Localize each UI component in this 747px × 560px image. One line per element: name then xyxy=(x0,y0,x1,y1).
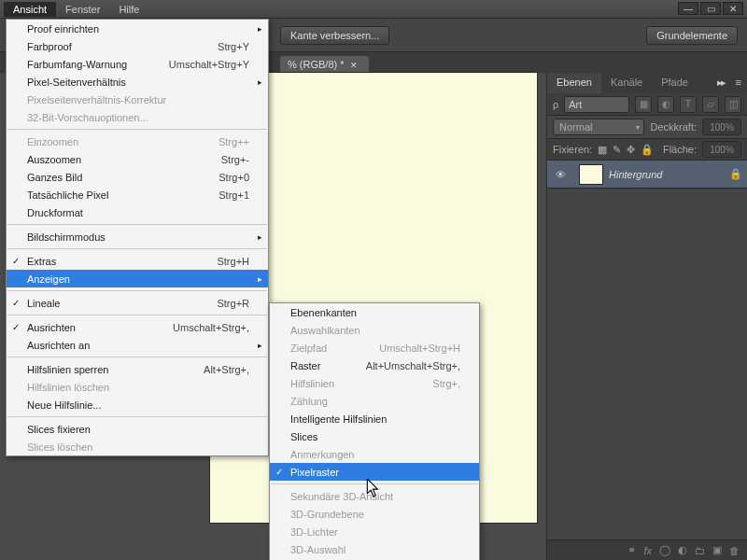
adjustment-icon[interactable]: ◐ xyxy=(678,544,687,556)
visibility-icon[interactable]: 👁 xyxy=(547,169,573,180)
shortcut: Strg+H xyxy=(217,256,249,267)
view-menu-item[interactable]: Ganzes BildStrg+0 xyxy=(7,168,268,186)
menu-hilfe[interactable]: Hilfe xyxy=(109,2,148,17)
shortcut: Umschalt+Strg+H xyxy=(379,343,460,354)
folder-icon[interactable]: 🗀 xyxy=(695,545,705,556)
layer-thumbnail[interactable] xyxy=(579,164,603,185)
document-tab[interactable]: % (RGB/8) *✕ xyxy=(280,56,369,73)
view-menu[interactable]: Proof einrichtenFarbproofStrg+YFarbumfan… xyxy=(6,19,269,456)
menu-item-label: 32-Bit-Vorschauoptionen... xyxy=(27,112,148,123)
menu-item-label: Anmerkungen xyxy=(290,449,355,460)
shortcut: Strg++ xyxy=(218,136,249,147)
mask-icon[interactable]: ◯ xyxy=(659,544,670,556)
fill-label: Fläche: xyxy=(663,144,697,155)
lock-transparent-icon[interactable]: ▩ xyxy=(598,144,607,156)
new-layer-icon[interactable]: ▣ xyxy=(712,544,722,556)
link-layers-icon[interactable]: ⚭ xyxy=(627,544,636,556)
shortcut: Alt+Umschalt+Strg+, xyxy=(366,360,460,371)
menu-item-label: Bildschirmmodus xyxy=(27,231,106,243)
view-menu-item[interactable]: Anzeigen xyxy=(7,270,268,287)
tab-ebenen[interactable]: Ebenen xyxy=(547,73,601,93)
anzeigen-submenu-item[interactable]: Slices xyxy=(270,427,479,445)
menu-item-label: Neue Hilfslinie... xyxy=(27,399,101,411)
tab-kanaele[interactable]: Kanäle xyxy=(601,73,652,93)
anzeigen-submenu-item: Anmerkungen xyxy=(270,445,479,463)
filter-smart-icon[interactable]: ◫ xyxy=(725,96,741,113)
anzeigen-submenu-item[interactable]: Intelligente Hilfslinien xyxy=(270,410,479,427)
menu-item-label: Zählung xyxy=(290,396,328,407)
anzeigen-submenu-item: HilfslinienStrg+, xyxy=(270,374,479,392)
close-icon[interactable]: ✕ xyxy=(723,2,743,15)
menu-item-label: Tatsächliche Pixel xyxy=(27,189,108,201)
view-menu-item: Slices löschen xyxy=(7,438,268,455)
essentials-button[interactable]: Grundelemente xyxy=(646,26,738,45)
maximize-icon[interactable]: ▭ xyxy=(700,2,721,15)
separator xyxy=(7,357,267,357)
menu-item-label: 3D-Auswahl xyxy=(290,544,345,555)
lock-brush-icon[interactable]: ✎ xyxy=(613,144,621,156)
view-menu-item: Hilfslinien löschen xyxy=(7,378,268,396)
view-menu-item[interactable]: AusrichtenUmschalt+Strg+, xyxy=(7,318,268,336)
panel-menu-icon[interactable]: ≡ xyxy=(730,73,747,93)
anzeigen-submenu-item: 3D-Auswahl xyxy=(270,540,479,558)
menu-item-label: Druckformat xyxy=(27,207,83,218)
view-menu-item[interactable]: Proof einrichten xyxy=(7,20,268,37)
filter-adjust-icon[interactable]: ◐ xyxy=(657,96,674,113)
menu-item-label: Hilfslinien xyxy=(290,378,334,389)
tab-pfade[interactable]: Pfade xyxy=(652,73,698,93)
menu-item-label: Pixelseitenverhältnis-Korrektur xyxy=(27,94,166,105)
anzeigen-submenu-item: Sekundäre 3D-Ansicht xyxy=(270,487,479,505)
filter-pixel-icon[interactable]: ▦ xyxy=(635,96,652,113)
minimize-icon[interactable]: ― xyxy=(678,2,698,15)
view-menu-item[interactable]: ExtrasStrg+H xyxy=(7,252,268,270)
view-menu-item[interactable]: Druckformat xyxy=(7,203,268,221)
view-menu-item[interactable]: Pixel-Seitenverhältnis xyxy=(7,73,268,91)
filter-type-icon[interactable]: T xyxy=(680,96,697,113)
view-menu-item[interactable]: Tatsächliche PixelStrg+1 xyxy=(7,186,268,203)
view-menu-item[interactable]: Neue Hilfslinie... xyxy=(7,396,268,413)
menu-item-label: 3D-Grundebene xyxy=(290,509,364,520)
view-menu-item[interactable]: Bildschirmmodus xyxy=(7,228,268,245)
menu-ansicht[interactable]: Ansicht xyxy=(4,2,56,17)
view-menu-item: Pixelseitenverhältnis-Korrektur xyxy=(7,91,268,108)
layer-row[interactable]: 👁 Hintergrund 🔒 xyxy=(547,161,747,189)
anzeigen-submenu-item[interactable]: Ebenenkanten xyxy=(270,303,479,321)
trash-icon[interactable]: 🗑 xyxy=(729,545,740,556)
collapse-icon[interactable]: ▸▸ xyxy=(712,73,730,93)
anzeigen-submenu-item[interactable]: Pixelraster xyxy=(270,463,479,481)
view-menu-item[interactable]: Farbumfang-WarnungUmschalt+Strg+Y xyxy=(7,55,268,73)
separator xyxy=(7,224,267,225)
shortcut: Strg+- xyxy=(221,154,249,165)
layer-name[interactable]: Hintergrund xyxy=(609,169,725,180)
menu-item-label: Pixel-Seitenverhältnis xyxy=(27,77,126,88)
anzeigen-submenu[interactable]: EbenenkantenAuswahlkantenZielpfadUmschal… xyxy=(269,302,480,560)
lock-icon[interactable]: 🔒 xyxy=(725,168,747,180)
anzeigen-submenu-item: 3D-Grundebene xyxy=(270,505,479,523)
opacity-value[interactable]: 100% xyxy=(702,119,741,135)
view-menu-item[interactable]: AuszoomenStrg+- xyxy=(7,150,268,168)
shortcut: Strg+0 xyxy=(218,172,249,183)
view-menu-item[interactable]: Slices fixieren xyxy=(7,420,268,438)
shortcut: Strg+, xyxy=(432,378,460,389)
view-menu-item[interactable]: FarbproofStrg+Y xyxy=(7,37,268,55)
menu-item-label: Sekundäre 3D-Ansicht xyxy=(290,491,393,502)
view-menu-item[interactable]: Hilfslinien sperrenAlt+Strg+, xyxy=(7,360,268,378)
view-menu-item[interactable]: LinealeStrg+R xyxy=(7,294,268,312)
separator xyxy=(7,416,267,417)
shortcut: Strg+Y xyxy=(218,41,249,52)
lock-position-icon[interactable]: ✥ xyxy=(627,144,635,156)
filter-shape-icon[interactable]: ▱ xyxy=(702,96,719,113)
separator xyxy=(7,248,267,249)
view-menu-item[interactable]: Ausrichten an xyxy=(7,336,268,354)
filter-type-select[interactable]: Art xyxy=(564,96,629,113)
tab-close-icon[interactable]: ✕ xyxy=(350,61,358,70)
refine-edge-button[interactable]: Kante verbessern... xyxy=(280,26,389,45)
menu-fenster[interactable]: Fenster xyxy=(56,2,109,17)
fx-icon[interactable]: fx xyxy=(643,545,652,556)
lock-all-icon[interactable]: 🔒 xyxy=(641,144,654,156)
anzeigen-submenu-item[interactable]: RasterAlt+Umschalt+Strg+, xyxy=(270,357,479,374)
fill-value[interactable]: 100% xyxy=(702,141,741,158)
menu-item-label: Hilfslinien löschen xyxy=(27,382,109,393)
blend-mode-select[interactable]: Normal xyxy=(553,119,644,135)
menu-item-label: Extras xyxy=(27,256,56,267)
